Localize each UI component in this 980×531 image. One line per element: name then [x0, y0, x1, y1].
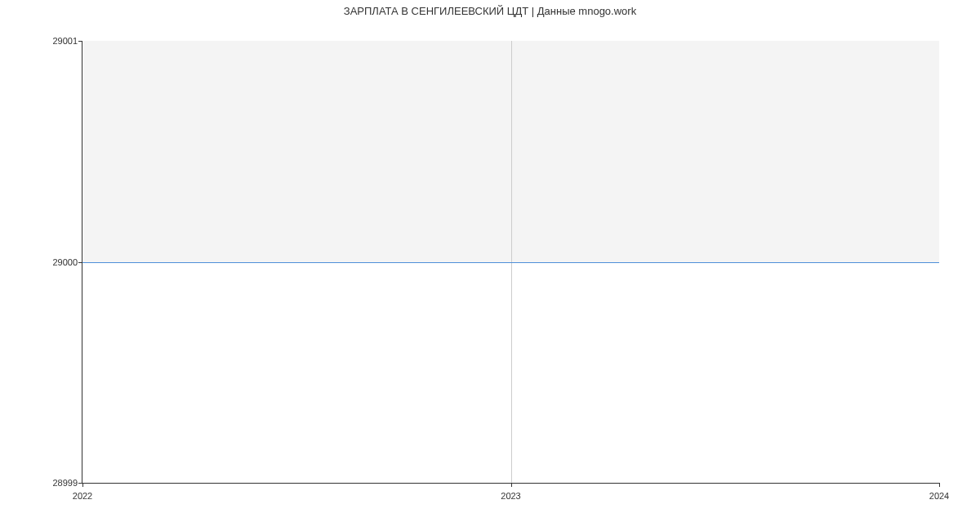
xtick-label: 2022 [73, 491, 92, 501]
xtick-mark [511, 483, 512, 487]
plot-area: 29001 29000 28999 2022 2023 2024 [82, 41, 939, 484]
data-series-line [82, 262, 939, 263]
ytick-label: 28999 [52, 478, 82, 488]
xtick-label: 2023 [501, 491, 520, 501]
ytick-label: 29001 [52, 36, 82, 46]
xtick-label: 2024 [929, 491, 949, 501]
chart-title: ЗАРПЛАТА В СЕНГИЛЕЕВСКИЙ ЦДТ | Данные mn… [0, 5, 980, 17]
xtick-mark [939, 483, 940, 487]
xtick-mark [82, 483, 83, 487]
ytick-label: 29000 [52, 257, 82, 267]
chart-container: ЗАРПЛАТА В СЕНГИЛЕЕВСКИЙ ЦДТ | Данные mn… [0, 0, 980, 531]
